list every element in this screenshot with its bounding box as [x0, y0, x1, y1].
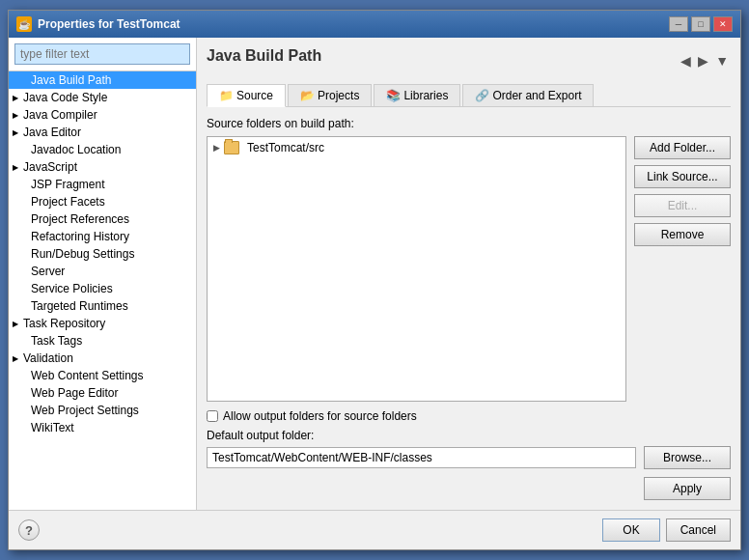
expand-arrow-icon: ▶: [13, 320, 18, 328]
sidebar-item-targeted-runtimes[interactable]: Targeted Runtimes: [9, 297, 196, 315]
title-buttons: ─ □ ✕: [669, 16, 733, 32]
source-section-label: Source folders on build path:: [207, 117, 731, 130]
sidebar-item-label: Java Build Path: [31, 73, 111, 87]
sidebar-item-javadoc-location[interactable]: Javadoc Location: [9, 141, 196, 158]
minimize-button[interactable]: ─: [669, 16, 688, 32]
folder-icon: [224, 141, 239, 154]
allow-output-checkbox[interactable]: [207, 410, 218, 422]
sidebar-item-label: Project References: [31, 212, 129, 226]
sidebar-item-label: Task Tags: [31, 334, 82, 348]
sidebar-item-label: Project Facets: [31, 195, 105, 209]
order-export-tab-icon: 🔗: [475, 89, 488, 102]
allow-output-label: Allow output folders for source folders: [223, 409, 417, 423]
sidebar-item-label: Targeted Runtimes: [31, 299, 128, 313]
content-header: Java Build Path: [207, 47, 321, 65]
sidebar-item-service-policies[interactable]: Service Policies: [9, 280, 196, 297]
sidebar-item-java-build-path[interactable]: Java Build Path: [9, 71, 196, 89]
sidebar-item-label: Run/Debug Settings: [31, 247, 134, 261]
expand-arrow-icon: ▶: [13, 163, 18, 172]
sidebar-item-label: Service Policies: [31, 282, 113, 295]
sidebar-item-web-content-settings[interactable]: Web Content Settings: [9, 367, 196, 384]
apply-button[interactable]: Apply: [644, 477, 731, 500]
sidebar-item-project-facets[interactable]: Project Facets: [9, 193, 196, 210]
properties-dialog: ☕ Properties for TestTomcat ─ □ ✕ Java B…: [8, 10, 741, 550]
tab-label-source: Source: [236, 89, 273, 102]
remove-button[interactable]: Remove: [634, 223, 731, 246]
expand-arrow-icon: ▶: [13, 111, 18, 120]
dialog-icon: ☕: [16, 16, 32, 32]
content-panel: Java Build Path ◀ ▶ ▼ 📁Source📂Projects📚L…: [197, 38, 740, 510]
title-bar: ☕ Properties for TestTomcat ─ □ ✕: [9, 11, 740, 38]
sidebar-item-label: JSP Fragment: [31, 178, 104, 191]
sidebar-item-jsp-fragment[interactable]: JSP Fragment: [9, 176, 196, 193]
sidebar-item-label: Web Project Settings: [31, 404, 139, 417]
expand-arrow-icon: ▶: [13, 128, 18, 137]
nav-back-button[interactable]: ◀: [679, 53, 693, 69]
sidebar-item-project-references[interactable]: Project References: [9, 210, 196, 228]
sidebar-item-label: Refactoring History: [31, 230, 129, 243]
output-folder-input[interactable]: [207, 447, 636, 468]
close-button[interactable]: ✕: [713, 16, 733, 32]
edit-button[interactable]: Edit...: [634, 194, 731, 217]
apply-row: Apply: [207, 477, 731, 500]
sidebar-item-label: Web Content Settings: [31, 369, 144, 382]
sidebar-item-task-tags[interactable]: Task Tags: [9, 332, 196, 350]
sidebar-item-java-editor[interactable]: ▶Java Editor: [9, 124, 196, 141]
tab-label-projects: Projects: [318, 89, 359, 102]
expand-arrow-icon: ▶: [13, 354, 18, 363]
cancel-button[interactable]: Cancel: [666, 518, 731, 542]
tab-projects[interactable]: 📂Projects: [288, 84, 372, 106]
browse-button[interactable]: Browse...: [644, 446, 731, 469]
source-item-arrow-icon: ▶: [213, 143, 220, 153]
projects-tab-icon: 📂: [300, 89, 314, 102]
sidebar-item-label: Java Editor: [23, 126, 81, 139]
ok-button[interactable]: OK: [602, 518, 659, 542]
sidebar-item-label: Java Code Style: [23, 91, 107, 104]
filter-input[interactable]: [14, 43, 190, 65]
tab-order-export[interactable]: 🔗Order and Export: [462, 84, 594, 106]
nav-dropdown-button[interactable]: ▼: [713, 53, 731, 69]
default-output-label: Default output folder:: [207, 429, 731, 442]
title-bar-left: ☕ Properties for TestTomcat: [16, 16, 180, 32]
sidebar-item-java-compiler[interactable]: ▶Java Compiler: [9, 106, 196, 124]
main-panel: Source folders on build path: ▶TestTomca…: [207, 117, 731, 500]
tab-label-libraries: Libraries: [403, 89, 448, 102]
link-source-button[interactable]: Link Source...: [634, 165, 731, 188]
dialog-body: Java Build Path▶Java Code Style▶Java Com…: [9, 38, 740, 510]
source-list: ▶TestTomcat/src: [207, 136, 626, 402]
sidebar-list: Java Build Path▶Java Code Style▶Java Com…: [9, 71, 196, 510]
sidebar-item-task-repository[interactable]: ▶Task Repository: [9, 315, 196, 332]
bottom-section: Allow output folders for source folders …: [207, 409, 731, 500]
tab-source[interactable]: 📁Source: [207, 84, 286, 107]
help-button[interactable]: ?: [18, 519, 40, 541]
tab-label-order-export: Order and Export: [492, 89, 581, 102]
sidebar: Java Build Path▶Java Code Style▶Java Com…: [9, 38, 197, 510]
sidebar-item-validation[interactable]: ▶Validation: [9, 350, 196, 367]
add-folder-button[interactable]: Add Folder...: [634, 136, 731, 159]
sidebar-item-server[interactable]: Server: [9, 263, 196, 280]
output-row: Browse...: [207, 446, 731, 469]
sidebar-item-refactoring-history[interactable]: Refactoring History: [9, 228, 196, 245]
maximize-button[interactable]: □: [691, 16, 710, 32]
sidebar-item-run-debug-settings[interactable]: Run/Debug Settings: [9, 245, 196, 263]
sidebar-item-label: Validation: [23, 351, 73, 365]
source-tab-icon: 📁: [219, 89, 233, 102]
filter-box: [9, 38, 196, 71]
dialog-title: Properties for TestTomcat: [38, 17, 180, 31]
tab-libraries[interactable]: 📚Libraries: [374, 84, 460, 106]
allow-output-row: Allow output folders for source folders: [207, 409, 731, 423]
source-list-item[interactable]: ▶TestTomcat/src: [209, 139, 624, 156]
libraries-tab-icon: 📚: [386, 89, 400, 102]
sidebar-item-javascript[interactable]: ▶JavaScript: [9, 158, 196, 176]
sidebar-item-label: WikiText: [31, 421, 74, 434]
sidebar-item-java-code-style[interactable]: ▶Java Code Style: [9, 89, 196, 106]
sidebar-item-label: JavaScript: [23, 160, 77, 174]
sidebar-item-wikitext[interactable]: WikiText: [9, 419, 196, 436]
sidebar-item-label: Server: [31, 265, 65, 278]
sidebar-item-label: Java Compiler: [23, 108, 97, 122]
sidebar-item-web-page-editor[interactable]: Web Page Editor: [9, 384, 196, 402]
sidebar-item-web-project-settings[interactable]: Web Project Settings: [9, 402, 196, 419]
nav-forward-button[interactable]: ▶: [696, 53, 710, 69]
source-buttons: Add Folder... Link Source... Edit... Rem…: [634, 136, 731, 402]
tabs-container: 📁Source📂Projects📚Libraries🔗Order and Exp…: [207, 84, 731, 107]
